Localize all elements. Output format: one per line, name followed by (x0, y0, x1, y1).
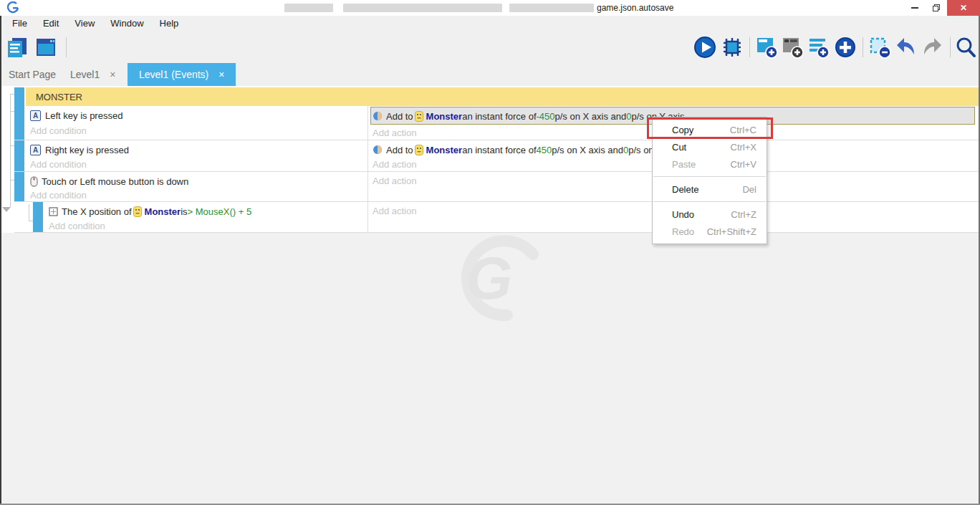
action-add-force-row1[interactable]: Add to Monster an instant force of -450 … (373, 108, 684, 124)
menu-window[interactable]: Window (102, 16, 151, 32)
menu-item-label: Copy (672, 125, 693, 135)
tab-level1[interactable]: Level1 × (70, 63, 115, 86)
gdevelop-watermark: G (437, 233, 544, 326)
action-text: an instant force of (462, 145, 536, 155)
condition-expression: > MouseX() + 5 (188, 206, 252, 217)
add-action-link[interactable]: Add action (373, 158, 416, 172)
undo-icon[interactable] (894, 36, 917, 59)
keyboard-key-icon: A (30, 145, 41, 155)
group-event-bar[interactable] (14, 87, 24, 106)
row-divider (14, 232, 980, 233)
add-action-link[interactable]: Add action (373, 126, 416, 140)
minimize-button[interactable] (904, 0, 926, 16)
add-action-link[interactable]: Add action (373, 204, 416, 218)
menu-item-shortcut: Ctrl+V (731, 159, 756, 170)
unselect-all-icon[interactable] (868, 36, 891, 59)
action-text: p/s on X axis and (552, 145, 623, 155)
tab-close-icon[interactable]: × (218, 69, 224, 80)
menu-view[interactable]: View (67, 16, 102, 32)
context-menu: Copy Ctrl+C Cut Ctrl+X Paste Ctrl+V Dele… (652, 117, 767, 244)
group-header[interactable]: MONSTER (26, 87, 980, 106)
menu-item-shortcut: Ctrl+C (730, 125, 756, 135)
row-divider (14, 201, 980, 202)
event-bar[interactable] (14, 172, 24, 201)
redacted-title-block (284, 4, 333, 12)
add-other-event-icon[interactable] (834, 36, 857, 59)
condition-text: is (181, 206, 187, 217)
condition-action-divider (368, 106, 368, 233)
menu-file[interactable]: File (4, 16, 35, 32)
monster-object-icon (415, 145, 423, 155)
condition-touch-mouse[interactable]: Touch or Left mouse button is down (30, 173, 188, 189)
event-bar[interactable] (14, 106, 24, 140)
tab-start-page[interactable]: Start Page (9, 63, 56, 86)
condition-right-key[interactable]: A Right key is pressed (30, 142, 129, 158)
menu-separator (653, 201, 766, 202)
action-text: an instant force of (462, 111, 536, 122)
context-menu-copy[interactable]: Copy Ctrl+C (653, 121, 767, 138)
action-value: 0 (626, 111, 631, 122)
hand-force-icon (373, 111, 383, 121)
menu-item-shortcut: Del (742, 184, 756, 195)
window-title: game.json.autosave (597, 3, 673, 13)
add-action-link[interactable]: Add action (373, 174, 416, 188)
context-menu-delete[interactable]: Delete Del (653, 181, 767, 198)
add-event-icon[interactable] (755, 36, 778, 59)
context-menu-undo[interactable]: Undo Ctrl+Z (653, 206, 767, 223)
window-left-edge (0, 16, 1, 505)
tab-close-icon[interactable]: × (110, 69, 115, 80)
tab-level1-events[interactable]: Level1 (Events) × (128, 63, 236, 86)
menu-item-shortcut: Ctrl+Shift+Z (707, 226, 756, 237)
events-sheet[interactable]: G MONSTER A Left key is pressed Add cond… (0, 86, 980, 505)
redo-icon[interactable] (921, 36, 944, 59)
monster-object-icon (415, 111, 423, 122)
tab-bar: Start Page Level1 × Level1 (Events) × (0, 63, 980, 86)
context-menu-redo[interactable]: Redo Ctrl+Shift+Z (653, 223, 767, 240)
svg-text:G: G (466, 244, 512, 312)
hand-force-icon (373, 145, 383, 155)
tab-label: Level1 (Events) (139, 69, 208, 80)
add-comment-icon[interactable] (807, 36, 830, 59)
toolbar-separator (749, 37, 750, 57)
close-button[interactable]: ✕ (947, 0, 980, 16)
event-bar[interactable] (14, 140, 24, 171)
object-name: Monster (426, 111, 463, 122)
condition-x-position[interactable]: The X position of Monster is > MouseX() … (49, 203, 251, 219)
search-icon[interactable] (954, 36, 977, 59)
add-condition-link[interactable]: Add condition (30, 158, 87, 172)
restore-button[interactable] (926, 0, 947, 16)
group-label: MONSTER (36, 92, 82, 102)
menu-item-label: Delete (672, 184, 699, 195)
gdevelop-logo-icon (7, 1, 20, 14)
action-value: 450 (537, 145, 552, 155)
context-menu-cut[interactable]: Cut Ctrl+X (653, 138, 767, 155)
add-condition-link[interactable]: Add condition (30, 188, 87, 203)
menu-item-label: Cut (672, 142, 686, 153)
menu-bar: File Edit View Window Help (0, 16, 980, 32)
debug-icon[interactable] (721, 36, 744, 59)
project-manager-icon[interactable] (6, 36, 29, 59)
row-divider (14, 171, 980, 172)
context-menu-paste[interactable]: Paste Ctrl+V (653, 155, 767, 173)
condition-left-key[interactable]: A Left key is pressed (30, 107, 123, 123)
collapse-arrow-icon[interactable] (2, 207, 11, 212)
add-condition-link[interactable]: Add condition (49, 219, 105, 234)
restore-icon (933, 4, 940, 11)
tab-label: Level1 (70, 69, 100, 80)
add-sub-event-icon[interactable] (781, 36, 804, 59)
play-icon[interactable] (693, 36, 716, 59)
row-divider (14, 140, 980, 140)
menu-item-label: Paste (672, 159, 696, 170)
condition-text: Left key is pressed (45, 110, 123, 121)
object-name: Monster (426, 145, 463, 155)
minimize-icon (911, 7, 918, 9)
add-condition-link[interactable]: Add condition (30, 124, 87, 138)
toolbar-separator (950, 37, 951, 57)
object-name: Monster (145, 206, 181, 217)
menu-help[interactable]: Help (152, 16, 187, 32)
toolbar-separator (863, 37, 863, 57)
scene-editor-icon[interactable] (34, 36, 57, 59)
action-add-force-row2[interactable]: Add to Monster an instant force of 450 p… (373, 142, 681, 158)
sub-event-bar[interactable] (33, 202, 43, 232)
menu-edit[interactable]: Edit (35, 16, 67, 32)
